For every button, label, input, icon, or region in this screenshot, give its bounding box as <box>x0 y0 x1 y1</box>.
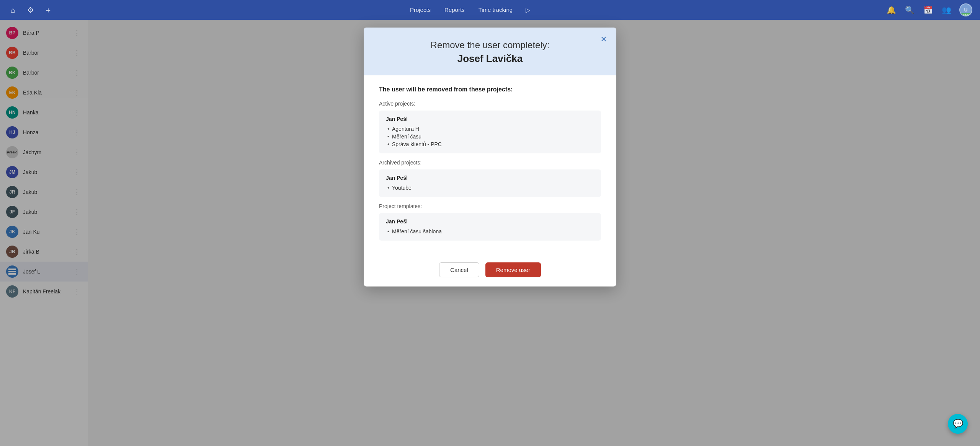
list-item: Měření času <box>386 133 594 140</box>
remove-user-modal: Remove the user completely: Josef Lavičk… <box>364 28 616 286</box>
nav-projects[interactable]: Projects <box>409 5 431 15</box>
user-avatar[interactable]: U BUSINESS <box>959 3 972 16</box>
list-item: Agentura H <box>386 125 594 133</box>
calendar-icon[interactable]: 📅 <box>923 5 933 15</box>
bell-icon[interactable]: 🔔 <box>886 5 897 15</box>
nav-right: 🔔 🔍 📅 👥 U BUSINESS <box>886 3 972 16</box>
modal-footer: Cancel Remove user <box>364 256 616 286</box>
active-projects-list: Agentura H Měření času Správa klientů - … <box>386 125 594 148</box>
modal-close-button[interactable]: ✕ <box>599 34 609 45</box>
gear-icon[interactable]: ⚙ <box>25 5 36 15</box>
list-item: Správa klientů - PPC <box>386 140 594 148</box>
nav-left: ⌂ ⚙ ＋ <box>8 5 54 15</box>
active-projects-label: Active projects: <box>379 101 601 107</box>
modal-description: The user will be removed from these proj… <box>379 86 601 93</box>
search-icon[interactable]: 🔍 <box>904 5 915 15</box>
modal-body: The user will be removed from these proj… <box>364 75 616 256</box>
modal-header: Remove the user completely: Josef Lavičk… <box>364 28 616 75</box>
list-item: Youtube <box>386 184 594 192</box>
active-owner: Jan Pešl <box>386 116 594 122</box>
avatar-initials: U <box>964 7 968 13</box>
chat-bubble[interactable]: 💬 <box>948 414 968 434</box>
top-navigation: ⌂ ⚙ ＋ Projects Reports Time tracking ▷ 🔔… <box>0 0 980 20</box>
archived-projects-label: Archived projects: <box>379 160 601 166</box>
active-projects-card: Jan Pešl Agentura H Měření času Správa k… <box>379 111 601 153</box>
archived-projects-card: Jan Pešl Youtube <box>379 169 601 197</box>
archived-projects-list: Youtube <box>386 184 594 192</box>
template-owner: Jan Pešl <box>386 218 594 225</box>
modal-title: Remove the user completely: <box>379 40 601 50</box>
business-badge: BUSINESS <box>959 13 972 16</box>
add-icon[interactable]: ＋ <box>43 5 54 15</box>
remove-user-button[interactable]: Remove user <box>485 262 541 277</box>
cancel-button[interactable]: Cancel <box>439 262 479 277</box>
templates-label: Project templates: <box>379 203 601 209</box>
modal-overlay: Remove the user completely: Josef Lavičk… <box>0 20 980 446</box>
templates-card: Jan Pešl Měření času šablona <box>379 213 601 241</box>
users-icon[interactable]: 👥 <box>941 5 952 15</box>
nav-reports[interactable]: Reports <box>444 5 466 15</box>
play-icon[interactable]: ▷ <box>526 7 530 14</box>
archived-owner: Jan Pešl <box>386 175 594 181</box>
modal-user-name: Josef Lavička <box>379 53 601 65</box>
home-icon[interactable]: ⌂ <box>8 5 18 15</box>
nav-center: Projects Reports Time tracking ▷ <box>54 5 886 15</box>
list-item: Měření času šablona <box>386 228 594 235</box>
template-projects-list: Měření času šablona <box>386 228 594 235</box>
nav-time-tracking[interactable]: Time tracking <box>478 5 513 15</box>
